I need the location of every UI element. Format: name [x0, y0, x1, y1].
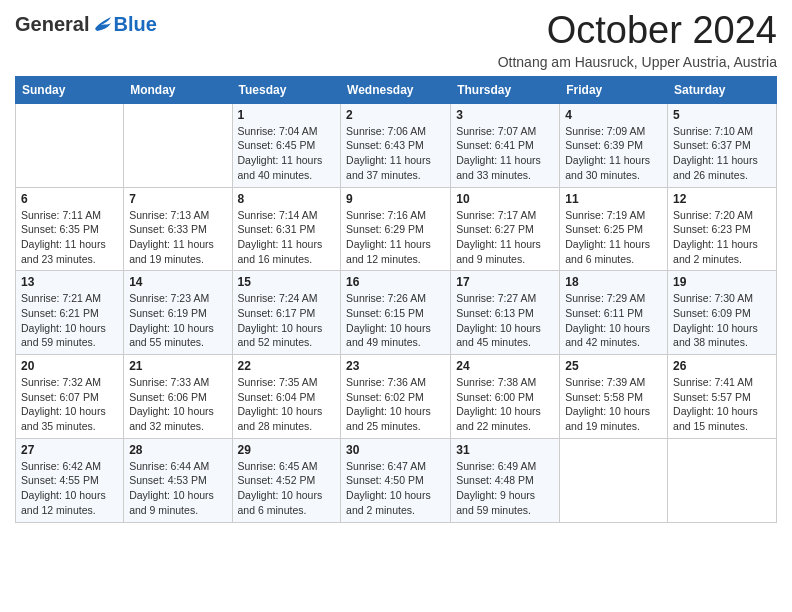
calendar-cell: 12Sunrise: 7:20 AMSunset: 6:23 PMDayligh…	[668, 187, 777, 271]
calendar-week-row: 13Sunrise: 7:21 AMSunset: 6:21 PMDayligh…	[16, 271, 777, 355]
month-title: October 2024	[498, 10, 777, 52]
day-info: Sunrise: 7:20 AMSunset: 6:23 PMDaylight:…	[673, 208, 771, 267]
day-info: Sunrise: 7:16 AMSunset: 6:29 PMDaylight:…	[346, 208, 445, 267]
calendar-cell	[560, 438, 668, 522]
calendar-cell: 9Sunrise: 7:16 AMSunset: 6:29 PMDaylight…	[341, 187, 451, 271]
day-number: 15	[238, 275, 336, 289]
day-info: Sunrise: 6:44 AMSunset: 4:53 PMDaylight:…	[129, 459, 226, 518]
day-number: 14	[129, 275, 226, 289]
calendar-cell: 31Sunrise: 6:49 AMSunset: 4:48 PMDayligh…	[451, 438, 560, 522]
day-info: Sunrise: 7:38 AMSunset: 6:00 PMDaylight:…	[456, 375, 554, 434]
calendar-cell: 23Sunrise: 7:36 AMSunset: 6:02 PMDayligh…	[341, 355, 451, 439]
day-number: 22	[238, 359, 336, 373]
calendar-cell: 28Sunrise: 6:44 AMSunset: 4:53 PMDayligh…	[124, 438, 232, 522]
calendar-cell: 15Sunrise: 7:24 AMSunset: 6:17 PMDayligh…	[232, 271, 341, 355]
calendar-cell: 29Sunrise: 6:45 AMSunset: 4:52 PMDayligh…	[232, 438, 341, 522]
calendar-cell: 4Sunrise: 7:09 AMSunset: 6:39 PMDaylight…	[560, 103, 668, 187]
day-number: 24	[456, 359, 554, 373]
day-number: 23	[346, 359, 445, 373]
column-header-saturday: Saturday	[668, 76, 777, 103]
day-info: Sunrise: 7:04 AMSunset: 6:45 PMDaylight:…	[238, 124, 336, 183]
day-info: Sunrise: 7:19 AMSunset: 6:25 PMDaylight:…	[565, 208, 662, 267]
logo: General Blue	[15, 14, 157, 34]
day-number: 7	[129, 192, 226, 206]
calendar-cell: 26Sunrise: 7:41 AMSunset: 5:57 PMDayligh…	[668, 355, 777, 439]
calendar-week-row: 27Sunrise: 6:42 AMSunset: 4:55 PMDayligh…	[16, 438, 777, 522]
day-number: 5	[673, 108, 771, 122]
calendar-week-row: 1Sunrise: 7:04 AMSunset: 6:45 PMDaylight…	[16, 103, 777, 187]
day-number: 4	[565, 108, 662, 122]
day-number: 28	[129, 443, 226, 457]
calendar-cell	[16, 103, 124, 187]
day-number: 30	[346, 443, 445, 457]
day-info: Sunrise: 7:33 AMSunset: 6:06 PMDaylight:…	[129, 375, 226, 434]
day-number: 2	[346, 108, 445, 122]
day-number: 10	[456, 192, 554, 206]
calendar-cell: 8Sunrise: 7:14 AMSunset: 6:31 PMDaylight…	[232, 187, 341, 271]
day-info: Sunrise: 7:32 AMSunset: 6:07 PMDaylight:…	[21, 375, 118, 434]
day-info: Sunrise: 7:29 AMSunset: 6:11 PMDaylight:…	[565, 291, 662, 350]
day-info: Sunrise: 6:47 AMSunset: 4:50 PMDaylight:…	[346, 459, 445, 518]
calendar-cell	[668, 438, 777, 522]
calendar-cell: 3Sunrise: 7:07 AMSunset: 6:41 PMDaylight…	[451, 103, 560, 187]
calendar-cell	[124, 103, 232, 187]
calendar-week-row: 6Sunrise: 7:11 AMSunset: 6:35 PMDaylight…	[16, 187, 777, 271]
calendar-cell: 5Sunrise: 7:10 AMSunset: 6:37 PMDaylight…	[668, 103, 777, 187]
day-number: 25	[565, 359, 662, 373]
day-number: 21	[129, 359, 226, 373]
day-info: Sunrise: 7:24 AMSunset: 6:17 PMDaylight:…	[238, 291, 336, 350]
day-info: Sunrise: 7:06 AMSunset: 6:43 PMDaylight:…	[346, 124, 445, 183]
day-info: Sunrise: 7:13 AMSunset: 6:33 PMDaylight:…	[129, 208, 226, 267]
day-number: 9	[346, 192, 445, 206]
calendar-week-row: 20Sunrise: 7:32 AMSunset: 6:07 PMDayligh…	[16, 355, 777, 439]
calendar-cell: 21Sunrise: 7:33 AMSunset: 6:06 PMDayligh…	[124, 355, 232, 439]
day-number: 11	[565, 192, 662, 206]
calendar-cell: 7Sunrise: 7:13 AMSunset: 6:33 PMDaylight…	[124, 187, 232, 271]
calendar-cell: 16Sunrise: 7:26 AMSunset: 6:15 PMDayligh…	[341, 271, 451, 355]
day-number: 29	[238, 443, 336, 457]
calendar-cell: 19Sunrise: 7:30 AMSunset: 6:09 PMDayligh…	[668, 271, 777, 355]
calendar-table: SundayMondayTuesdayWednesdayThursdayFrid…	[15, 76, 777, 523]
day-number: 3	[456, 108, 554, 122]
day-info: Sunrise: 6:49 AMSunset: 4:48 PMDaylight:…	[456, 459, 554, 518]
calendar-header-row: SundayMondayTuesdayWednesdayThursdayFrid…	[16, 76, 777, 103]
day-number: 19	[673, 275, 771, 289]
day-info: Sunrise: 7:17 AMSunset: 6:27 PMDaylight:…	[456, 208, 554, 267]
calendar-cell: 6Sunrise: 7:11 AMSunset: 6:35 PMDaylight…	[16, 187, 124, 271]
logo-general-text: General	[15, 14, 89, 34]
page-header: General Blue October 2024 Ottnang am Hau…	[15, 10, 777, 70]
calendar-cell: 10Sunrise: 7:17 AMSunset: 6:27 PMDayligh…	[451, 187, 560, 271]
day-number: 12	[673, 192, 771, 206]
day-number: 18	[565, 275, 662, 289]
day-info: Sunrise: 7:07 AMSunset: 6:41 PMDaylight:…	[456, 124, 554, 183]
calendar-cell: 11Sunrise: 7:19 AMSunset: 6:25 PMDayligh…	[560, 187, 668, 271]
day-info: Sunrise: 7:23 AMSunset: 6:19 PMDaylight:…	[129, 291, 226, 350]
day-info: Sunrise: 7:10 AMSunset: 6:37 PMDaylight:…	[673, 124, 771, 183]
day-info: Sunrise: 7:26 AMSunset: 6:15 PMDaylight:…	[346, 291, 445, 350]
calendar-cell: 24Sunrise: 7:38 AMSunset: 6:00 PMDayligh…	[451, 355, 560, 439]
calendar-cell: 13Sunrise: 7:21 AMSunset: 6:21 PMDayligh…	[16, 271, 124, 355]
column-header-wednesday: Wednesday	[341, 76, 451, 103]
calendar-cell: 18Sunrise: 7:29 AMSunset: 6:11 PMDayligh…	[560, 271, 668, 355]
day-number: 26	[673, 359, 771, 373]
calendar-body: 1Sunrise: 7:04 AMSunset: 6:45 PMDaylight…	[16, 103, 777, 522]
day-number: 13	[21, 275, 118, 289]
day-info: Sunrise: 6:45 AMSunset: 4:52 PMDaylight:…	[238, 459, 336, 518]
logo-blue-text: Blue	[113, 14, 156, 34]
day-number: 6	[21, 192, 118, 206]
column-header-thursday: Thursday	[451, 76, 560, 103]
day-number: 1	[238, 108, 336, 122]
day-info: Sunrise: 7:11 AMSunset: 6:35 PMDaylight:…	[21, 208, 118, 267]
calendar-cell: 17Sunrise: 7:27 AMSunset: 6:13 PMDayligh…	[451, 271, 560, 355]
day-info: Sunrise: 6:42 AMSunset: 4:55 PMDaylight:…	[21, 459, 118, 518]
calendar-cell: 30Sunrise: 6:47 AMSunset: 4:50 PMDayligh…	[341, 438, 451, 522]
calendar-cell: 25Sunrise: 7:39 AMSunset: 5:58 PMDayligh…	[560, 355, 668, 439]
day-number: 27	[21, 443, 118, 457]
calendar-cell: 27Sunrise: 6:42 AMSunset: 4:55 PMDayligh…	[16, 438, 124, 522]
day-info: Sunrise: 7:21 AMSunset: 6:21 PMDaylight:…	[21, 291, 118, 350]
day-number: 16	[346, 275, 445, 289]
day-info: Sunrise: 7:09 AMSunset: 6:39 PMDaylight:…	[565, 124, 662, 183]
day-number: 20	[21, 359, 118, 373]
day-info: Sunrise: 7:14 AMSunset: 6:31 PMDaylight:…	[238, 208, 336, 267]
location-subtitle: Ottnang am Hausruck, Upper Austria, Aust…	[498, 54, 777, 70]
